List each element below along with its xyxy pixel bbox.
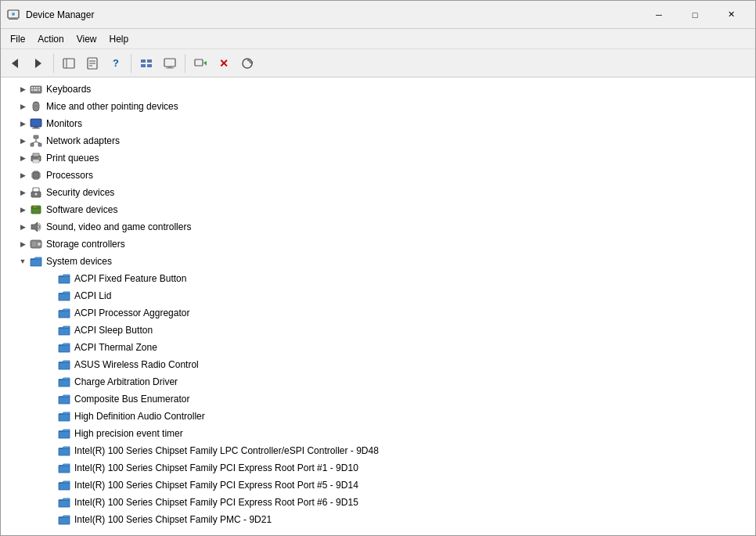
device-asus-wireless-label: ASUS Wireless Radio Control	[74, 359, 199, 370]
svg-rect-28	[31, 89, 33, 91]
device-acpi-sleep[interactable]: ACPI Sleep Button	[1, 322, 755, 339]
svg-line-41	[32, 142, 36, 143]
maximize-button[interactable]: □	[677, 3, 713, 27]
security-icon	[29, 185, 43, 200]
device-hd-audio-label: High Definition Audio Controller	[74, 411, 205, 422]
device-tree[interactable]: ▶ Keyboards ▶	[1, 77, 755, 535]
toolbar: ? ✕	[1, 49, 755, 77]
add-device-button[interactable]	[189, 52, 211, 74]
expand-keyboards[interactable]: ▶	[16, 83, 29, 95]
remove-button[interactable]: ✕	[213, 52, 235, 74]
expand-print[interactable]: ▶	[16, 152, 29, 164]
toolbar-sep-2	[131, 54, 131, 73]
menu-bar: File Action View Help	[1, 29, 755, 49]
menu-file[interactable]: File	[4, 31, 31, 48]
storage-icon	[29, 237, 43, 251]
category-sound[interactable]: ▶ Sound, video and game controllers	[1, 218, 755, 236]
window-title: Device Manager	[26, 9, 641, 20]
update-button[interactable]	[236, 52, 258, 74]
device-intel-pcie-1[interactable]: Intel(R) 100 Series Chipset Family PCI E…	[1, 459, 755, 477]
expand-monitors[interactable]: ▶	[16, 117, 29, 130]
expand-software[interactable]: ▶	[16, 203, 29, 216]
device-hp-event-timer-label: High precision event timer	[74, 428, 183, 439]
device-manager-window: Device Manager ─ □ ✕ File Action View He…	[0, 0, 756, 536]
mice-label: Mice and other pointing devices	[46, 101, 178, 112]
close-button[interactable]: ✕	[713, 3, 749, 27]
expand-mice[interactable]: ▶	[16, 100, 29, 113]
svg-rect-16	[164, 59, 175, 67]
device-intel-pmc[interactable]: Intel(R) 100 Series Chipset Family PMC -…	[1, 511, 755, 528]
category-network[interactable]: ▶ Network adapters	[1, 132, 755, 149]
device-icon-composite-bus	[57, 392, 71, 406]
svg-point-3	[12, 13, 15, 16]
window-controls: ─ □ ✕	[641, 3, 749, 27]
svg-rect-30	[38, 89, 40, 91]
device-intel-pcie-6[interactable]: Intel(R) 100 Series Chipset Family PCI E…	[1, 494, 755, 511]
svg-marker-5	[35, 59, 41, 68]
category-software[interactable]: ▶ Software devices	[1, 201, 755, 218]
sound-label: Sound, video and game controllers	[46, 221, 191, 232]
menu-action[interactable]: Action	[31, 31, 70, 48]
category-system[interactable]: ▼ System devices	[1, 253, 755, 270]
expand-sound[interactable]: ▶	[16, 221, 29, 233]
forward-button[interactable]	[27, 52, 49, 74]
device-icon-asus-wireless	[57, 358, 71, 372]
svg-point-46	[38, 157, 40, 159]
device-intel-pcie-5-label: Intel(R) 100 Series Chipset Family PCI E…	[74, 480, 358, 491]
minimize-button[interactable]: ─	[641, 3, 677, 27]
expand-network[interactable]: ▶	[16, 135, 29, 147]
category-storage[interactable]: ▶ Storage controllers	[1, 236, 755, 253]
system-label: System devices	[46, 256, 112, 267]
device-acpi-processor-label: ACPI Processor Aggregator	[74, 308, 189, 318]
monitor-button[interactable]	[159, 52, 181, 74]
device-hd-audio[interactable]: High Definition Audio Controller	[1, 408, 755, 425]
device-icon-intel-lpc	[57, 444, 71, 458]
app-icon	[7, 9, 20, 21]
device-icon-charge-arbitration	[57, 375, 71, 389]
expand-storage[interactable]: ▶	[16, 238, 29, 250]
expand-system[interactable]: ▼	[16, 255, 29, 268]
svg-rect-47	[33, 172, 39, 178]
device-icon-hd-audio	[57, 409, 71, 423]
svg-marker-68	[31, 222, 38, 232]
category-security[interactable]: ▶ Security devices	[1, 184, 755, 201]
category-processors[interactable]: ▶	[1, 167, 755, 184]
expand-security[interactable]: ▶	[16, 186, 29, 199]
device-charge-arbitration[interactable]: Charge Arbitration Driver	[1, 373, 755, 390]
device-intel-pcie-5[interactable]: Intel(R) 100 Series Chipset Family PCI E…	[1, 477, 755, 494]
device-intel-lpc[interactable]: Intel(R) 100 Series Chipset Family LPC C…	[1, 442, 755, 459]
software-label: Software devices	[46, 204, 117, 215]
svg-rect-14	[141, 64, 146, 67]
device-intel-lpc-label: Intel(R) 100 Series Chipset Family LPC C…	[74, 445, 379, 456]
processor-icon	[29, 168, 43, 182]
device-acpi-lid[interactable]: ACPI Lid	[1, 287, 755, 304]
category-monitors[interactable]: ▶ Monitors	[1, 115, 755, 132]
menu-view[interactable]: View	[70, 31, 103, 48]
device-acpi-thermal[interactable]: ACPI Thermal Zone	[1, 339, 755, 356]
view-button[interactable]	[135, 52, 157, 74]
device-composite-bus[interactable]: Composite Bus Enumerator	[1, 390, 755, 408]
category-mice[interactable]: ▶ Mice and other pointing devices	[1, 98, 755, 115]
svg-rect-13	[147, 59, 152, 63]
back-button[interactable]	[4, 52, 26, 74]
svg-rect-24	[31, 87, 33, 88]
svg-marker-20	[203, 61, 207, 66]
device-intel-pcie-6-label: Intel(R) 100 Series Chipset Family PCI E…	[74, 497, 358, 508]
device-acpi-processor[interactable]: ACPI Processor Aggregator	[1, 304, 755, 322]
svg-point-67	[36, 207, 38, 208]
category-print[interactable]: ▶ Print queues	[1, 149, 755, 167]
properties-button[interactable]	[81, 52, 103, 74]
expand-processors[interactable]: ▶	[16, 169, 29, 182]
network-icon	[29, 134, 43, 148]
svg-rect-27	[38, 87, 40, 88]
show-hide-button[interactable]	[58, 52, 80, 74]
device-acpi-fixed[interactable]: ACPI Fixed Feature Button	[1, 270, 755, 287]
svg-rect-2	[9, 19, 18, 20]
device-asus-wireless[interactable]: ASUS Wireless Radio Control	[1, 356, 755, 373]
menu-help[interactable]: Help	[103, 31, 135, 48]
device-hp-event-timer[interactable]: High precision event timer	[1, 425, 755, 442]
svg-marker-4	[12, 59, 18, 68]
help-button[interactable]: ?	[105, 52, 127, 74]
category-keyboards[interactable]: ▶ Keyboards	[1, 81, 755, 98]
keyboards-label: Keyboards	[46, 84, 91, 95]
